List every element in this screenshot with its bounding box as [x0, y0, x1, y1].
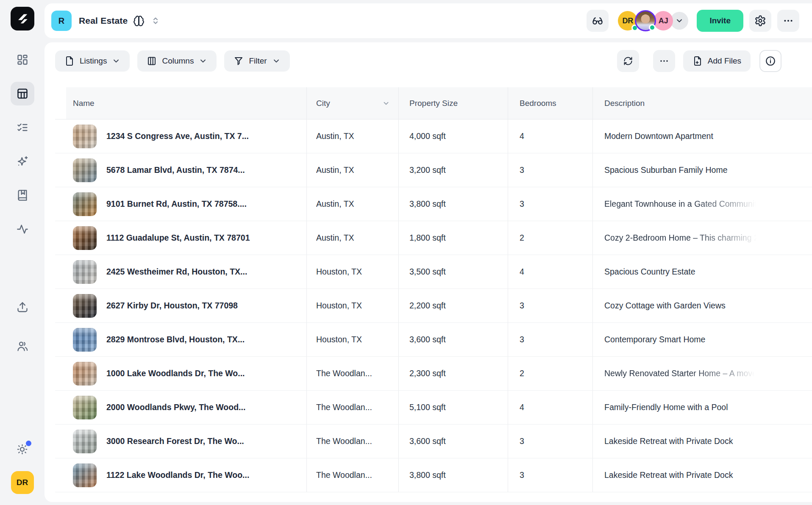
cell-bedrooms[interactable]: 4 — [508, 119, 592, 153]
cell-name[interactable]: 2425 Westheimer Rd, Houston, TX... — [66, 255, 306, 289]
sidebar-item-activity[interactable] — [11, 217, 34, 241]
table-row[interactable]: 1234 S Congress Ave, Austin, TX 7... Aus… — [55, 119, 812, 153]
sidebar-item-ai[interactable] — [11, 150, 34, 173]
cell-name[interactable]: 3000 Research Forest Dr, The Wo... — [66, 425, 306, 458]
info-button[interactable] — [759, 50, 781, 72]
cell-property-size[interactable]: 4,000 sqft — [398, 119, 508, 153]
table-row[interactable]: 9101 Burnet Rd, Austin, TX 78758.... Aus… — [55, 187, 812, 221]
table-row[interactable]: 2627 Kirby Dr, Houston, TX 77098 Houston… — [55, 289, 812, 323]
view-selector-label: Listings — [80, 56, 107, 66]
cell-name[interactable]: 1112 Guadalupe St, Austin, TX 78701 — [66, 221, 306, 255]
cell-city[interactable]: Houston, TX — [306, 323, 398, 356]
table-row[interactable]: 2425 Westheimer Rd, Houston, TX... Houst… — [55, 255, 812, 289]
cell-property-size[interactable]: 1,800 sqft — [398, 221, 508, 255]
column-header-description[interactable]: Description — [592, 87, 812, 119]
listing-address: 1112 Guadalupe St, Austin, TX 78701 — [106, 233, 250, 243]
cell-bedrooms[interactable]: 2 — [508, 221, 592, 255]
cell-name[interactable]: 2000 Woodlands Pkwy, The Wood... — [66, 391, 306, 424]
cell-name[interactable]: 1234 S Congress Ave, Austin, TX 7... — [66, 119, 306, 153]
cell-city[interactable]: The Woodlan... — [306, 391, 398, 424]
cell-property-size[interactable]: 5,100 sqft — [398, 391, 508, 424]
table-row[interactable]: 1122 Lake Woodlands Dr, The Woo... The W… — [55, 458, 812, 492]
cell-bedrooms[interactable]: 3 — [508, 323, 592, 356]
sidebar-item-docs[interactable] — [11, 183, 34, 207]
cell-name[interactable]: 1122 Lake Woodlands Dr, The Woo... — [66, 458, 306, 492]
cell-description[interactable]: Elegant Townhouse in a Gated Community — [592, 187, 812, 221]
cell-description[interactable]: Cozy Cottage with Garden Views — [592, 289, 812, 322]
column-header-city[interactable]: City — [306, 87, 398, 119]
more-button[interactable] — [777, 10, 799, 32]
column-header-property-size[interactable]: Property Size — [398, 87, 508, 119]
cell-bedrooms[interactable]: 3 — [508, 458, 592, 492]
invite-button[interactable]: Invite — [697, 10, 743, 32]
cell-description[interactable]: Family-Friendly Home with a Pool — [592, 391, 812, 424]
table-row[interactable]: 2829 Montrose Blvd, Houston, TX... Houst… — [55, 323, 812, 357]
avatar-group-expand[interactable] — [670, 12, 688, 30]
cell-name[interactable]: 9101 Burnet Rd, Austin, TX 78758.... — [66, 187, 306, 221]
avatar-photo[interactable] — [635, 10, 656, 31]
sidebar-item-dashboard[interactable] — [11, 48, 34, 72]
cell-description[interactable]: Contemporary Smart Home — [592, 323, 812, 356]
sidebar-user-avatar[interactable]: DR — [11, 471, 34, 494]
cell-property-size[interactable]: 2,300 sqft — [398, 357, 508, 390]
add-files-button[interactable]: Add Files — [683, 50, 751, 72]
cell-bedrooms[interactable]: 2 — [508, 357, 592, 390]
cell-city[interactable]: Houston, TX — [306, 289, 398, 322]
cell-description[interactable]: Spacious Country Estate — [592, 255, 812, 289]
cell-city[interactable]: Austin, TX — [306, 221, 398, 255]
app-logo[interactable] — [11, 7, 34, 31]
column-header-name[interactable]: Name — [66, 87, 306, 119]
cell-city[interactable]: Houston, TX — [306, 255, 398, 289]
cell-bedrooms[interactable]: 3 — [508, 153, 592, 187]
sidebar-item-members[interactable] — [11, 334, 34, 358]
cell-name[interactable]: 5678 Lamar Blvd, Austin, TX 7874... — [66, 153, 306, 187]
cell-property-size[interactable]: 3,800 sqft — [398, 458, 508, 492]
cell-description[interactable]: Modern Downtown Apartment — [592, 119, 812, 153]
cell-description[interactable]: Cozy 2-Bedroom Home – This charming 2- — [592, 221, 812, 255]
cell-name[interactable]: 1000 Lake Woodlands Dr, The Wo... — [66, 357, 306, 390]
cell-bedrooms[interactable]: 4 — [508, 255, 592, 289]
cell-description[interactable]: Lakeside Retreat with Private Dock — [592, 458, 812, 492]
cell-bedrooms[interactable]: 3 — [508, 289, 592, 322]
cell-name[interactable]: 2627 Kirby Dr, Houston, TX 77098 — [66, 289, 306, 322]
view-selector-button[interactable]: Listings — [55, 50, 130, 72]
cell-city[interactable]: Austin, TX — [306, 187, 398, 221]
cell-city[interactable]: The Woodlan... — [306, 458, 398, 492]
settings-button[interactable] — [749, 10, 771, 32]
column-header-bedrooms[interactable]: Bedrooms — [508, 87, 592, 119]
table-row[interactable]: 2000 Woodlands Pkwy, The Wood... The Woo… — [55, 391, 812, 425]
sidebar-item-tasks[interactable] — [11, 116, 34, 139]
cell-property-size[interactable]: 3,600 sqft — [398, 323, 508, 356]
cell-description[interactable]: Lakeside Retreat with Private Dock — [592, 425, 812, 458]
cell-property-size[interactable]: 3,500 sqft — [398, 255, 508, 289]
cell-bedrooms[interactable]: 3 — [508, 187, 592, 221]
cell-name[interactable]: 2829 Montrose Blvd, Houston, TX... — [66, 323, 306, 356]
table-more-button[interactable] — [653, 50, 675, 72]
table-row[interactable]: 3000 Research Forest Dr, The Wo... The W… — [55, 425, 812, 458]
cell-property-size[interactable]: 3,200 sqft — [398, 153, 508, 187]
sidebar-item-table[interactable] — [11, 82, 34, 105]
table-row[interactable]: 1000 Lake Woodlands Dr, The Wo... The Wo… — [55, 357, 812, 391]
workspace-badge[interactable]: R — [51, 11, 72, 31]
refresh-button[interactable] — [617, 50, 639, 72]
cell-property-size[interactable]: 2,200 sqft — [398, 289, 508, 322]
cell-city[interactable]: The Woodlan... — [306, 357, 398, 390]
read-only-view-button[interactable] — [587, 10, 609, 32]
theme-toggle[interactable] — [11, 437, 34, 461]
table-row[interactable]: 1112 Guadalupe St, Austin, TX 78701 Aust… — [55, 221, 812, 255]
cell-city[interactable]: The Woodlan... — [306, 425, 398, 458]
title-sort-icon[interactable] — [150, 16, 161, 26]
cell-city[interactable]: Austin, TX — [306, 119, 398, 153]
cell-city[interactable]: Austin, TX — [306, 153, 398, 187]
avatar[interactable]: AJ — [653, 11, 673, 31]
columns-button[interactable]: Columns — [137, 50, 217, 72]
cell-property-size[interactable]: 3,600 sqft — [398, 425, 508, 458]
filter-button[interactable]: Filter — [224, 50, 289, 72]
cell-description[interactable]: Newly Renovated Starter Home – A move- — [592, 357, 812, 390]
cell-property-size[interactable]: 3,800 sqft — [398, 187, 508, 221]
cell-bedrooms[interactable]: 4 — [508, 391, 592, 424]
sidebar-item-upload[interactable] — [11, 295, 34, 319]
table-row[interactable]: 5678 Lamar Blvd, Austin, TX 7874... Aust… — [55, 153, 812, 187]
cell-bedrooms[interactable]: 3 — [508, 425, 592, 458]
cell-description[interactable]: Spacious Suburban Family Home — [592, 153, 812, 187]
